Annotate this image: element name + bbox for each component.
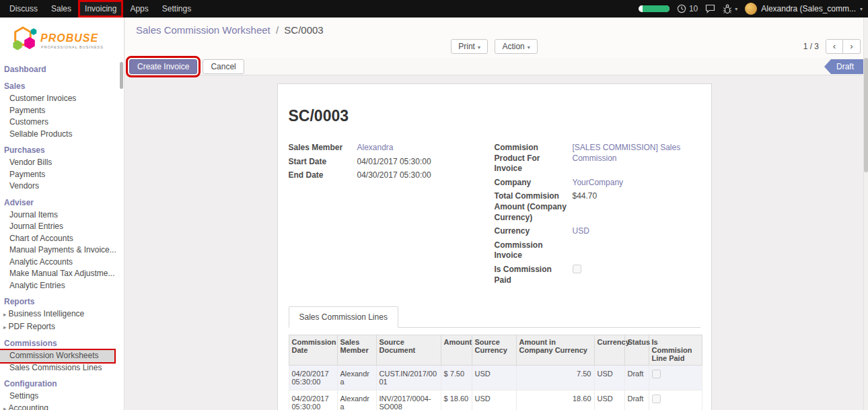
cell-sales-member: Alexandra bbox=[337, 366, 376, 390]
sidebar-item-vendors[interactable]: Vendors bbox=[0, 180, 124, 193]
field-row-start-date: Start Date04/01/2017 05:30:00 bbox=[289, 157, 491, 168]
table-row[interactable]: 04/20/2017 05:30:00AlexandraINV/2017/000… bbox=[289, 390, 702, 410]
user-avatar bbox=[745, 3, 757, 15]
topbar-menu-apps[interactable]: Apps bbox=[123, 0, 155, 18]
sidebar-item-analytic-accounts[interactable]: Analytic Accounts bbox=[0, 257, 124, 269]
field-label-end-date: End Date bbox=[289, 170, 357, 181]
sidebar-item-label: Make Manual Tax Adjustme... bbox=[9, 269, 115, 278]
field-label-is-commission-paid: Is Commission Paid bbox=[495, 265, 573, 285]
sidebar-item-customer-invoices[interactable]: Customer Invoices bbox=[0, 93, 124, 105]
sidebar-item-business-intelligence[interactable]: ▸Business Intelligence bbox=[0, 308, 124, 321]
sidebar-item-sales-commissions-lines[interactable]: Sales Commissions Lines bbox=[0, 362, 124, 374]
action-button[interactable]: Action▾ bbox=[495, 39, 537, 54]
left-field-group: Sales MemberAlexandraStart Date04/01/201… bbox=[289, 143, 491, 289]
field-value-company[interactable]: YourCompany bbox=[573, 178, 700, 189]
sidebar-item-manual-payments-invoice[interactable]: Manual Payments & Invoice... bbox=[0, 244, 124, 257]
breadcrumb-parent-link[interactable]: Sales Commission Worksheet bbox=[136, 24, 270, 36]
field-row-is-commission-paid: Is Commission Paid bbox=[495, 265, 700, 285]
column-header-source-currency[interactable]: Source Currency bbox=[472, 335, 516, 366]
sidebar-item-analytic-entries[interactable]: Analytic Entries bbox=[0, 280, 124, 292]
sidebar-item-commission-worksheets[interactable]: Commission Worksheets bbox=[0, 350, 114, 362]
sidebar-section-reports[interactable]: Reports bbox=[0, 292, 124, 308]
field-label-company: Company bbox=[495, 178, 573, 189]
pager-count: 1 / 3 bbox=[803, 42, 819, 51]
sidebar-item-accounting[interactable]: ▸Accounting bbox=[0, 403, 124, 410]
field-value-commision-product-for-invoice[interactable]: [SALES COMMISSION] Sales Commission bbox=[573, 143, 700, 174]
expand-arrow-icon: ▸ bbox=[3, 311, 7, 318]
topbar-menu-discuss[interactable]: Discuss bbox=[3, 0, 44, 18]
field-row-company: CompanyYourCompany bbox=[495, 178, 700, 189]
messages-button[interactable] bbox=[705, 4, 715, 13]
tab-sales-commission-lines[interactable]: Sales Commission Lines bbox=[289, 306, 398, 328]
sidebar-item-make-manual-tax-adjustme[interactable]: Make Manual Tax Adjustme... bbox=[0, 268, 124, 280]
sidebar-section-adviser[interactable]: Adviser bbox=[0, 193, 124, 209]
sidebar-item-pdf-reports[interactable]: ▸PDF Reports bbox=[0, 321, 124, 334]
sidebar-item-journal-items[interactable]: Journal Items bbox=[0, 209, 124, 221]
sidebar-section-purchases[interactable]: Purchases bbox=[0, 140, 124, 157]
sidebar-item-label: Vendors bbox=[9, 181, 39, 191]
sidebar-item-chart-of-accounts[interactable]: Chart of Accounts bbox=[0, 233, 124, 245]
sidebar-item-payments[interactable]: Payments bbox=[0, 105, 124, 117]
sidebar-item-payments[interactable]: Payments bbox=[0, 169, 124, 181]
topbar-menu-invoicing[interactable]: Invoicing bbox=[78, 0, 123, 18]
cell-status: Draft bbox=[624, 366, 649, 390]
topbar-menu-sales[interactable]: Sales bbox=[44, 0, 78, 18]
field-value-currency[interactable]: USD bbox=[573, 226, 700, 237]
table-row[interactable]: 04/20/2017 05:30:00AlexandraCUST.IN/2017… bbox=[289, 366, 702, 390]
activities-widget[interactable]: 10 bbox=[677, 4, 698, 13]
sidebar-section-commissions[interactable]: Commissions bbox=[0, 333, 124, 350]
column-header-is-commision-line-paid[interactable]: Is Commision Line Paid bbox=[649, 335, 702, 366]
cell-amount: $ 7.50 bbox=[441, 366, 472, 390]
column-header-amount[interactable]: Amount bbox=[441, 335, 472, 366]
sidebar-section-configuration[interactable]: Configuration bbox=[0, 374, 124, 390]
sidebar-section-dashboard[interactable]: Dashboard bbox=[0, 59, 124, 76]
sidebar-item-journal-entries[interactable]: Journal Entries bbox=[0, 221, 124, 233]
field-row-end-date: End Date04/30/2017 05:30:00 bbox=[289, 170, 491, 181]
print-button[interactable]: Print▾ bbox=[451, 39, 488, 54]
cell-currency: USD bbox=[594, 366, 624, 390]
sidebar-section-sales[interactable]: Sales bbox=[0, 76, 124, 93]
topbar-menu-settings[interactable]: Settings bbox=[155, 0, 198, 18]
pager-previous-button[interactable]: ‹ bbox=[826, 39, 843, 54]
page-scrollbar-thumb[interactable] bbox=[864, 58, 868, 172]
sidebar-item-settings[interactable]: Settings bbox=[0, 390, 124, 403]
progress-indicator-pill[interactable] bbox=[639, 5, 670, 12]
page-scrollbar[interactable] bbox=[863, 18, 868, 410]
probuse-logo[interactable]: PROBUSE PROFESSIONAL BUSINESS bbox=[0, 18, 124, 59]
sidebar-scrollbar-thumb[interactable] bbox=[120, 62, 123, 89]
sidebar-item-label: Sellable Products bbox=[9, 129, 72, 139]
sidebar-item-label: Commission Worksheets bbox=[9, 351, 98, 360]
control-panel: Sales Commission Worksheet / SC/0003 Pri… bbox=[125, 18, 863, 58]
sidebar-item-label: Journal Items bbox=[9, 210, 58, 219]
column-header-amount-in-company-currency[interactable]: Amount in Company Currency bbox=[516, 335, 594, 366]
sidebar-item-customers[interactable]: Customers bbox=[0, 116, 124, 129]
column-header-source-document[interactable]: Source Document bbox=[376, 335, 441, 366]
sidebar-item-label: Accounting bbox=[9, 403, 48, 410]
sidebar-item-label: Payments bbox=[9, 106, 45, 115]
sidebar: PROBUSE PROFESSIONAL BUSINESS DashboardS… bbox=[0, 18, 124, 410]
field-row-commision-product-for-invoice: Commision Product For Invoice[SALES COMM… bbox=[495, 143, 700, 174]
field-label-commision-product-for-invoice: Commision Product For Invoice bbox=[495, 143, 573, 174]
sidebar-item-sellable-products[interactable]: Sellable Products bbox=[0, 129, 124, 141]
cell-source-currency: USD bbox=[472, 390, 516, 410]
user-menu[interactable]: Alexandra (Sales_comm... ▾ bbox=[745, 3, 863, 15]
cancel-button[interactable]: Cancel bbox=[203, 59, 244, 74]
main-area: Sales Commission Worksheet / SC/0003 Pri… bbox=[125, 18, 863, 410]
debug-menu-button[interactable]: ▾ bbox=[723, 4, 737, 14]
field-value-sales-member[interactable]: Alexandra bbox=[357, 143, 491, 153]
column-header-status[interactable]: Status bbox=[624, 335, 649, 366]
status-badge-draft[interactable]: Draft bbox=[824, 59, 863, 74]
cell-source-document: CUST.IN/2017/0001 bbox=[376, 366, 441, 390]
logo-hexagon-green bbox=[13, 40, 22, 50]
column-header-currency[interactable]: Currency bbox=[594, 335, 624, 366]
column-header-commission-date[interactable]: Commission Date bbox=[289, 335, 337, 366]
sidebar-item-vendor-bills[interactable]: Vendor Bills bbox=[0, 157, 124, 169]
field-row-commission-invoice: Commission Invoice bbox=[495, 240, 700, 261]
pager-next-button[interactable]: › bbox=[843, 39, 861, 54]
column-header-sales-member[interactable]: Sales Member bbox=[337, 335, 376, 366]
expand-arrow-icon: ▸ bbox=[3, 324, 7, 331]
topbar: DiscussSalesInvoicingAppsSettings 10 ▾ bbox=[0, 0, 868, 18]
breadcrumb-current: SC/0003 bbox=[284, 24, 323, 36]
create-invoice-button[interactable]: Create Invoice bbox=[129, 59, 197, 74]
sidebar-item-label: Chart of Accounts bbox=[9, 234, 73, 243]
